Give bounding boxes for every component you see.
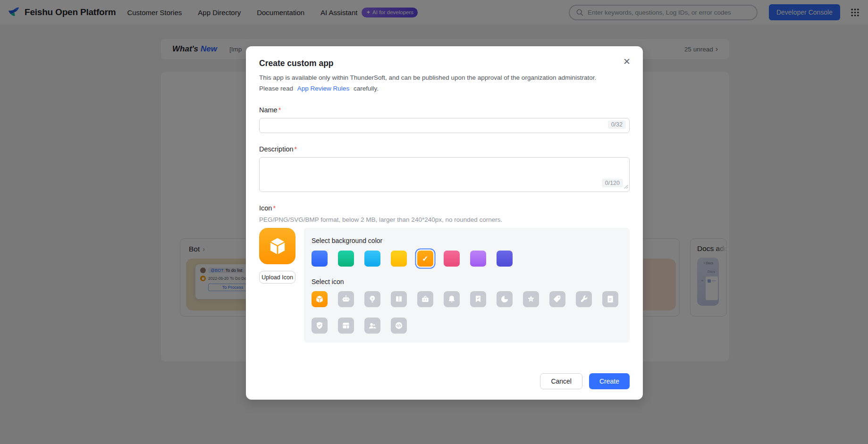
- icon-label-text: Icon: [259, 204, 272, 212]
- icon-options-panel: Select background color ✓ Select icon: [304, 228, 630, 343]
- name-char-counter: 0/32: [608, 120, 626, 129]
- description-label-text: Description: [259, 145, 294, 153]
- icon-option-robot[interactable]: [338, 291, 354, 307]
- icon-option-cube[interactable]: [312, 291, 328, 307]
- screen: Feishu Open Platform Customer Stories Ap…: [0, 0, 868, 444]
- background-color-label: Select background color: [312, 237, 622, 244]
- dialog-title: Create custom app: [259, 59, 630, 68]
- icon-option-book[interactable]: [391, 291, 407, 307]
- color-swatch-orange[interactable]: ✓: [417, 251, 433, 267]
- close-icon[interactable]: ✕: [623, 57, 631, 66]
- name-label-text: Name: [259, 106, 278, 114]
- resize-handle-icon[interactable]: [624, 182, 628, 191]
- select-icon-label: Select icon: [312, 278, 622, 285]
- icon-label: Icon*: [259, 204, 630, 212]
- color-swatch-row: ✓: [312, 251, 622, 267]
- create-custom-app-dialog: Create custom app ✕ This app is availabl…: [246, 46, 643, 400]
- icon-option-code[interactable]: [391, 318, 407, 334]
- color-swatch-blue[interactable]: [312, 251, 328, 267]
- upload-icon-button[interactable]: Upload Icon: [259, 271, 295, 284]
- dialog-description: This app is available only within Thunde…: [259, 72, 630, 94]
- icon-option-document[interactable]: [602, 291, 618, 307]
- required-mark: *: [295, 145, 297, 153]
- app-icon-preview: [259, 228, 295, 264]
- name-input[interactable]: [259, 118, 630, 133]
- icon-option-shield-check[interactable]: [312, 318, 328, 334]
- color-swatch-pink[interactable]: [444, 251, 460, 267]
- color-swatch-indigo[interactable]: [497, 251, 513, 267]
- icon-option-tag[interactable]: [549, 291, 565, 307]
- color-swatch-cyan[interactable]: [364, 251, 380, 267]
- app-review-rules-link[interactable]: App Review Rules: [297, 85, 349, 92]
- icon-option-lightbulb[interactable]: [364, 291, 380, 307]
- required-mark: *: [273, 204, 276, 212]
- description-line2-prefix: Please read: [259, 85, 293, 92]
- description-textarea[interactable]: [259, 157, 630, 192]
- icon-option-layout[interactable]: [338, 318, 354, 334]
- icon-option-briefcase[interactable]: [417, 291, 433, 307]
- name-label: Name*: [259, 106, 630, 114]
- icon-option-bell[interactable]: [444, 291, 460, 307]
- icon-option-star[interactable]: [523, 291, 539, 307]
- color-swatch-purple[interactable]: [470, 251, 486, 267]
- create-button[interactable]: Create: [589, 373, 630, 389]
- color-swatch-green[interactable]: [338, 251, 354, 267]
- required-mark: *: [278, 106, 281, 114]
- cancel-button[interactable]: Cancel: [540, 373, 582, 389]
- cube-icon: [267, 235, 288, 257]
- description-line2-suffix: carefully.: [354, 85, 379, 92]
- color-swatch-amber[interactable]: [391, 251, 407, 267]
- icon-option-wrench[interactable]: [576, 291, 592, 307]
- icon-grid: [312, 291, 622, 334]
- icon-format-help: PEG/PNG/SVG/BMP format, below 2 MB, larg…: [259, 216, 630, 223]
- description-char-counter: 0/120: [602, 179, 623, 187]
- icon-option-users[interactable]: [364, 318, 380, 334]
- icon-option-bookmark-check[interactable]: [470, 291, 486, 307]
- description-line1: This app is available only within Thunde…: [259, 74, 596, 81]
- description-label: Description*: [259, 145, 630, 153]
- icon-option-pie-chart[interactable]: [497, 291, 513, 307]
